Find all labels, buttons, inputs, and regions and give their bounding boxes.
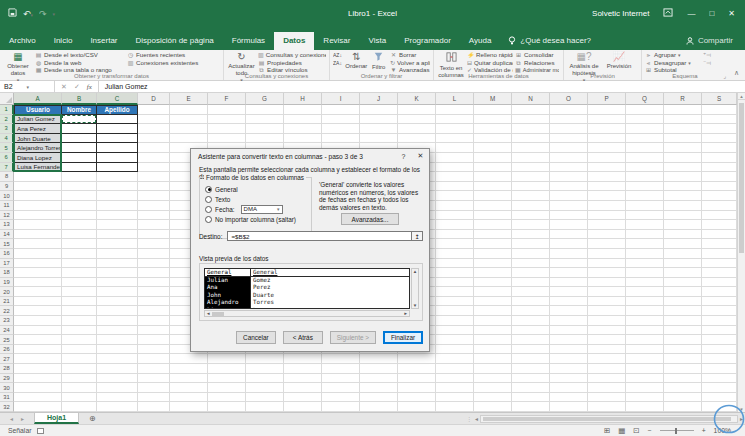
cell-N1[interactable]	[512, 105, 550, 115]
cell-N25[interactable]	[512, 335, 550, 345]
cell-L19[interactable]	[436, 278, 474, 288]
cell-M13[interactable]	[474, 220, 512, 230]
remove-duplicates-button[interactable]: ⊟Quitar duplicados	[467, 59, 513, 66]
cell-M15[interactable]	[474, 239, 512, 249]
group-button[interactable]: ⫸Agrupar▾	[645, 52, 701, 59]
cell-N18[interactable]	[512, 268, 550, 278]
cell-Q25[interactable]	[626, 335, 664, 345]
cell-S17[interactable]	[702, 259, 737, 269]
cell-G30[interactable]	[246, 383, 284, 393]
maximize-button[interactable]: □	[709, 9, 714, 18]
cell-C18[interactable]	[97, 268, 138, 278]
cell-D2[interactable]	[138, 115, 170, 125]
cell-C32[interactable]	[97, 402, 138, 412]
cell-S18[interactable]	[702, 268, 737, 278]
cell-R24[interactable]	[664, 326, 702, 336]
cell-D8[interactable]	[138, 172, 170, 182]
normal-view-icon[interactable]: ⊞	[604, 426, 610, 435]
cell-G29[interactable]	[246, 374, 284, 384]
back-button[interactable]: < Atrás	[283, 331, 323, 344]
cell-A32[interactable]	[14, 402, 62, 412]
cell-L15[interactable]	[436, 239, 474, 249]
cell-F28[interactable]	[208, 364, 246, 374]
cell-D29[interactable]	[138, 374, 170, 384]
cell-N31[interactable]	[512, 393, 550, 403]
cell-L8[interactable]	[436, 172, 474, 182]
cell-L9[interactable]	[436, 182, 474, 192]
cell-B4[interactable]	[62, 134, 97, 144]
column-header-e[interactable]: E	[170, 93, 208, 105]
cell-Q12[interactable]	[626, 211, 664, 221]
queries-connections-button[interactable]: ▥Consultas y conexiones	[258, 52, 326, 59]
row-header-23[interactable]: 23	[0, 316, 14, 326]
cell-P16[interactable]	[588, 249, 626, 259]
share-button[interactable]: Compartir	[678, 32, 745, 50]
cell-R32[interactable]	[664, 402, 702, 412]
cell-O1[interactable]	[550, 105, 588, 115]
macro-record-icon[interactable]	[37, 428, 44, 434]
splitter-handle[interactable]: ⋮	[466, 415, 473, 422]
cell-B8[interactable]	[62, 172, 97, 182]
row-header-1[interactable]: 1	[0, 105, 14, 115]
cell-M14[interactable]	[474, 230, 512, 240]
cell-L28[interactable]	[436, 364, 474, 374]
cell-K28[interactable]	[398, 364, 436, 374]
cell-N13[interactable]	[512, 220, 550, 230]
cell-Q17[interactable]	[626, 259, 664, 269]
cell-B10[interactable]	[62, 191, 97, 201]
cell-C6[interactable]	[97, 153, 138, 163]
existing-connections-button[interactable]: ▥Conexiones existentes	[127, 59, 215, 66]
cell-L6[interactable]	[436, 153, 474, 163]
cell-O4[interactable]	[550, 134, 588, 144]
cell-B1[interactable]: Nombre	[62, 105, 97, 115]
show-detail-icon[interactable]: ⁺⫤	[703, 52, 719, 59]
cell-P15[interactable]	[588, 239, 626, 249]
cell-R4[interactable]	[664, 134, 702, 144]
cell-B2[interactable]	[62, 115, 97, 125]
sort-button[interactable]: ⇅ Ordenar	[344, 51, 368, 70]
cell-L20[interactable]	[436, 287, 474, 297]
zoom-slider[interactable]	[660, 430, 694, 431]
cell-R21[interactable]	[664, 297, 702, 307]
cell-R14[interactable]	[664, 230, 702, 240]
cell-N29[interactable]	[512, 374, 550, 384]
cell-M29[interactable]	[474, 374, 512, 384]
cell-D25[interactable]	[138, 335, 170, 345]
cell-A17[interactable]	[14, 259, 62, 269]
cell-D21[interactable]	[138, 297, 170, 307]
cell-C31[interactable]	[97, 393, 138, 403]
menu-tab-inicio[interactable]: Inicio	[45, 32, 82, 50]
cell-O28[interactable]	[550, 364, 588, 374]
cell-L13[interactable]	[436, 220, 474, 230]
reapply-button[interactable]: ↻Volver a aplicar	[390, 59, 430, 66]
cell-M28[interactable]	[474, 364, 512, 374]
cell-K30[interactable]	[398, 383, 436, 393]
row-header-3[interactable]: 3	[0, 124, 14, 134]
cell-A20[interactable]	[14, 287, 62, 297]
cell-G31[interactable]	[246, 393, 284, 403]
menu-tab-archivo[interactable]: Archivo	[0, 32, 45, 50]
cell-B28[interactable]	[62, 364, 97, 374]
cell-A21[interactable]	[14, 297, 62, 307]
cell-M30[interactable]	[474, 383, 512, 393]
cell-R13[interactable]	[664, 220, 702, 230]
cell-O30[interactable]	[550, 383, 588, 393]
cell-L17[interactable]	[436, 259, 474, 269]
cell-F1[interactable]	[208, 105, 246, 115]
cell-A27[interactable]	[14, 354, 62, 364]
cell-R8[interactable]	[664, 172, 702, 182]
cell-A26[interactable]	[14, 345, 62, 355]
cell-S24[interactable]	[702, 326, 737, 336]
cell-R11[interactable]	[664, 201, 702, 211]
cell-P3[interactable]	[588, 124, 626, 134]
cell-K2[interactable]	[398, 115, 436, 125]
column-header-c[interactable]: C	[97, 93, 138, 105]
menu-tab-ayuda[interactable]: Ayuda	[460, 32, 501, 50]
cell-N9[interactable]	[512, 182, 550, 192]
cell-K32[interactable]	[398, 402, 436, 412]
cell-L32[interactable]	[436, 402, 474, 412]
cell-G27[interactable]	[246, 354, 284, 364]
next-button[interactable]: Siguiente >	[330, 331, 376, 344]
cell-H2[interactable]	[284, 115, 322, 125]
cell-O25[interactable]	[550, 335, 588, 345]
